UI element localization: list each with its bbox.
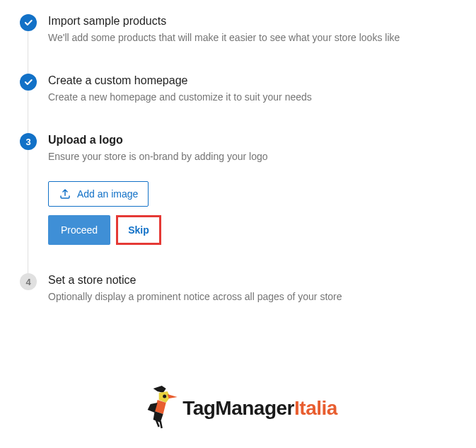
brand-name-part1: TagManager: [182, 397, 294, 419]
step-desc: Ensure your store is on-brand by adding …: [48, 149, 456, 164]
brand-logo: TagManagerItalia: [139, 383, 337, 434]
step-desc: Optionally display a prominent notice ac…: [48, 289, 456, 304]
check-icon: [23, 18, 33, 28]
skip-button[interactable]: Skip: [118, 217, 159, 243]
step-desc: Create a new homepage and customize it t…: [48, 90, 456, 105]
step-content: Set a store notice Optionally display a …: [48, 273, 456, 304]
step-badge-active: 3: [20, 133, 37, 150]
skip-highlight: Skip: [116, 215, 161, 245]
upload-icon: [59, 188, 71, 200]
woodpecker-icon: [139, 383, 181, 434]
button-row: Proceed Skip: [48, 215, 161, 245]
brand-text: TagManagerItalia: [182, 397, 337, 420]
step-title: Set a store notice: [48, 274, 456, 287]
proceed-button[interactable]: Proceed: [48, 215, 110, 245]
step-title: Upload a logo: [48, 134, 456, 147]
step-title: Create a custom homepage: [48, 74, 456, 87]
step-desc: We'll add some products that will make i…: [48, 30, 456, 45]
check-icon: [23, 77, 33, 87]
step-connector: [28, 31, 28, 74]
svg-point-0: [163, 395, 166, 398]
step-upload-logo: 3 Upload a logo Ensure your store is on-…: [20, 133, 456, 273]
step-title: Import sample products: [48, 15, 456, 28]
step-store-notice: 4 Set a store notice Optionally display …: [20, 273, 456, 304]
step-badge-done: [20, 74, 37, 91]
step-badge-done: [20, 14, 37, 31]
step-connector: [28, 150, 28, 273]
step-create-homepage: Create a custom homepage Create a new ho…: [20, 74, 456, 133]
step-content: Import sample products We'll add some pr…: [48, 14, 456, 45]
step-import-products: Import sample products We'll add some pr…: [20, 14, 456, 74]
step-connector: [28, 91, 28, 133]
step-content: Create a custom homepage Create a new ho…: [48, 74, 456, 105]
add-image-label: Add an image: [77, 188, 138, 200]
setup-steps-list: Import sample products We'll add some pr…: [20, 14, 456, 304]
step-badge-pending: 4: [20, 273, 37, 290]
add-image-button[interactable]: Add an image: [48, 181, 149, 207]
step-actions: Add an image Proceed Skip: [48, 181, 456, 245]
brand-name-part2: Italia: [294, 397, 337, 419]
step-content: Upload a logo Ensure your store is on-br…: [48, 133, 456, 245]
